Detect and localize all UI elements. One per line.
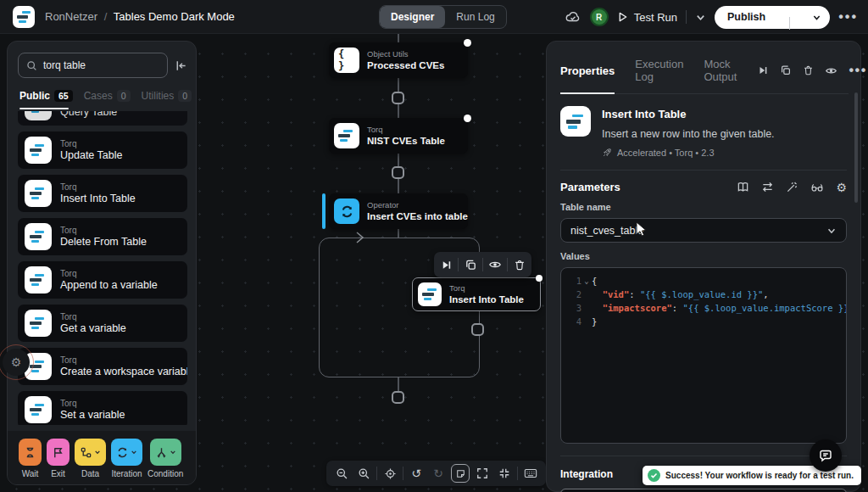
chat-bubble-icon: [818, 448, 833, 463]
skip-to-end-icon[interactable]: [757, 64, 769, 76]
quick-action-condition[interactable]: Condition: [147, 439, 183, 478]
edge-connector[interactable]: [392, 92, 404, 104]
settings-fab[interactable]: ⚙: [0, 344, 34, 380]
eye-icon[interactable]: [825, 64, 837, 77]
table-name-select[interactable]: nist_cves_table: [560, 218, 847, 243]
more-icon[interactable]: •••: [849, 63, 866, 78]
gear-icon[interactable]: ⚙: [836, 182, 847, 193]
list-item[interactable]: Torq Set a variable: [18, 391, 187, 425]
expand-icon[interactable]: [471, 461, 493, 486]
output-port[interactable]: [464, 115, 471, 122]
eye-icon[interactable]: [483, 252, 507, 277]
edge-connector[interactable]: [392, 166, 404, 179]
item-name: Set a variable: [60, 409, 125, 422]
count-badge: 0: [117, 90, 131, 102]
top-bar: RonNetzer / Tables Demo Dark Mode Design…: [0, 0, 868, 34]
list-item[interactable]: Torq Create a workspace variable: [18, 348, 187, 385]
glasses-icon[interactable]: [810, 181, 824, 193]
item-vendor: Torq: [60, 182, 136, 193]
quick-action-exit[interactable]: Exit: [47, 439, 70, 478]
panel-tabs: Properties Execution Log Mock Output •••: [560, 58, 849, 94]
edge-connector[interactable]: [392, 391, 404, 404]
tab-mock-output[interactable]: Mock Output: [704, 58, 737, 83]
note-tool-icon[interactable]: [449, 461, 471, 486]
tab-cases[interactable]: Cases0: [84, 90, 131, 102]
divider: [686, 10, 687, 24]
mouse-cursor: [636, 221, 648, 238]
edge-connector[interactable]: [471, 323, 484, 336]
check-circle-icon: [648, 469, 660, 482]
publish-chevron-icon[interactable]: [804, 13, 830, 22]
torq-icon: [25, 111, 52, 120]
flag-icon: [52, 446, 64, 459]
active-tab-underline: [19, 108, 69, 109]
integration-input[interactable]: torqing: [560, 489, 847, 492]
panel-node-description: Insert a new row into the given table.: [602, 128, 775, 140]
torq-icon: [25, 396, 52, 423]
test-run-button[interactable]: Test Run: [617, 11, 677, 24]
wand-icon[interactable]: [786, 181, 798, 193]
quick-action-data[interactable]: Data: [75, 439, 106, 478]
quick-action-wait[interactable]: Wait: [19, 439, 42, 478]
node-insert-cves-loop[interactable]: Operator Insert CVEs into table: [329, 193, 468, 229]
publish-button[interactable]: Publish: [715, 6, 830, 29]
tab-designer[interactable]: Designer: [380, 6, 445, 28]
parameters-heading: Parameters: [560, 181, 620, 193]
test-run-label: Test Run: [634, 11, 677, 24]
tab-run-log[interactable]: Run Log: [445, 6, 505, 28]
duplicate-icon[interactable]: [780, 64, 792, 76]
action-list: Torq Query Table Torq Update Table Torq …: [18, 111, 187, 425]
target-icon[interactable]: [379, 461, 401, 486]
swap-icon[interactable]: [761, 181, 774, 193]
chevron-down-icon: [131, 449, 137, 456]
active-tab-underline: [560, 92, 615, 94]
breadcrumb-owner[interactable]: RonNetzer: [45, 10, 97, 23]
duplicate-icon[interactable]: [459, 252, 482, 277]
chevron-down-icon: [94, 449, 101, 456]
search-input[interactable]: torq table: [18, 53, 168, 78]
list-item[interactable]: Torq Query Table: [18, 111, 187, 126]
keyboard-icon[interactable]: [520, 461, 542, 486]
node-insert-into-table[interactable]: Torq Insert Into Table: [412, 277, 541, 311]
panel-scrollbar[interactable]: [854, 92, 858, 203]
list-item[interactable]: Torq Delete From Table: [18, 218, 187, 255]
action-palette-sidebar: torq table Public65 Cases0 Utilities0 Cu…: [7, 41, 197, 485]
chevron-down-icon: [170, 449, 176, 456]
list-item[interactable]: Torq Get a variable: [18, 305, 187, 342]
tab-execution-log[interactable]: Execution Log: [635, 58, 683, 83]
trash-icon[interactable]: [508, 252, 531, 277]
skip-to-end-icon[interactable]: [434, 252, 458, 277]
quick-action-iteration[interactable]: Iteration: [111, 439, 142, 478]
divider: [789, 17, 790, 30]
book-icon[interactable]: [737, 181, 749, 193]
gear-icon: ⚙: [11, 356, 22, 368]
tab-utilities[interactable]: Utilities0: [142, 90, 192, 102]
redo-icon[interactable]: ↻: [427, 461, 449, 486]
item-name: Delete From Table: [60, 236, 147, 249]
collapse-sidebar-icon[interactable]: [175, 59, 187, 72]
list-item[interactable]: Torq Update Table: [18, 131, 187, 169]
item-name: Create a workspace variable: [60, 366, 187, 378]
cloud-sync-icon[interactable]: [565, 9, 581, 25]
node-nist-cves-table[interactable]: Torq NIST CVEs Table: [329, 118, 468, 154]
zoom-out-icon[interactable]: [331, 461, 353, 486]
torq-logo-icon[interactable]: [13, 6, 35, 28]
trash-icon[interactable]: [803, 64, 814, 76]
list-item[interactable]: Torq Insert Into Table: [18, 175, 187, 212]
feedback-chat-button[interactable]: [810, 439, 842, 472]
node-vendor: Torq: [367, 125, 445, 135]
tab-public[interactable]: Public65: [19, 90, 73, 102]
output-port[interactable]: [536, 275, 542, 282]
chevron-down-icon[interactable]: [695, 12, 706, 23]
more-icon[interactable]: •••: [838, 9, 858, 25]
output-port[interactable]: [464, 39, 471, 47]
list-item[interactable]: Torq Append to a variable: [18, 261, 187, 299]
item-vendor: Torq: [60, 399, 125, 409]
undo-icon[interactable]: ↺: [405, 461, 427, 486]
tab-properties[interactable]: Properties: [560, 64, 615, 77]
zoom-in-icon[interactable]: [353, 461, 375, 486]
node-processed-cves[interactable]: { } Object Utils Processed CVEs: [329, 42, 468, 78]
avatar[interactable]: R: [590, 8, 609, 26]
values-code-editor[interactable]: 1⌄{2 "vid": "{{ $.loop_value.id }}",3 "i…: [560, 267, 847, 444]
fit-icon[interactable]: [493, 461, 515, 486]
